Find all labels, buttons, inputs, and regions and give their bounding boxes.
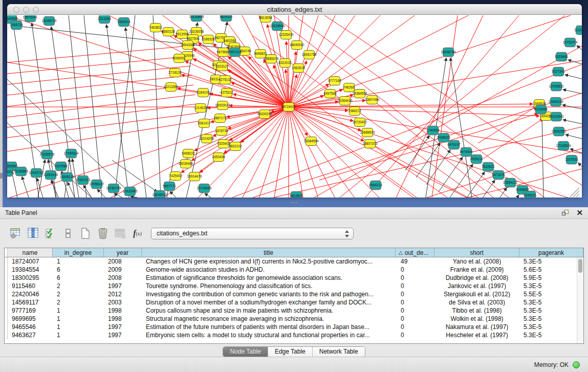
select-all-columns-button[interactable] — [43, 227, 57, 240]
table-row[interactable]: 1830029562008Estimation of significance … — [5, 274, 577, 282]
cell-out_de[interactable]: 49 — [396, 257, 434, 266]
network-canvas[interactable]: 7463822866012859129542322605898275068186… — [7, 15, 582, 198]
cell-short[interactable]: Tibbo et al. (1998) — [434, 307, 519, 315]
row-height-button[interactable] — [61, 227, 75, 240]
citation-network-graph[interactable]: 7463822866012859129542322605898275068186… — [7, 15, 582, 198]
cell-name[interactable]: 19384554 — [8, 266, 53, 274]
table-row[interactable]: 946554611997Estimation of the future num… — [5, 323, 577, 331]
cell-short[interactable]: Hescheler et al. (1997) — [434, 331, 519, 339]
column-header-title[interactable]: title — [142, 248, 396, 257]
cell-name[interactable]: 22420046 — [8, 290, 53, 298]
cell-year[interactable]: 1997 — [104, 282, 142, 290]
cell-title[interactable]: Tourette syndrome. Phenomenology and cla… — [142, 282, 396, 290]
cell-year[interactable]: 2009 — [104, 266, 142, 274]
cell-out_de[interactable]: 0 — [396, 290, 434, 298]
cell-pagerank[interactable]: 5.3E-5 — [519, 282, 577, 290]
cell-year[interactable]: 1998 — [104, 315, 142, 323]
cell-in_degree[interactable]: 1 — [53, 307, 104, 315]
cell-short[interactable]: Wolkin et al. (1998) — [434, 315, 519, 323]
cell-name[interactable]: 18724007 — [8, 257, 53, 266]
column-header-pagerank[interactable]: pagerank — [519, 248, 583, 257]
table-scrollbar[interactable] — [577, 257, 583, 343]
cell-name[interactable]: 14569117 — [8, 298, 53, 307]
cell-out_de[interactable]: 0 — [396, 274, 434, 282]
cell-pagerank[interactable]: 5.9E-5 — [519, 274, 577, 282]
cell-short[interactable]: Stergiakouli et al. (2012) — [434, 290, 519, 298]
cell-pagerank[interactable]: 5.6E-5 — [519, 266, 577, 274]
cell-title[interactable]: Genome-wide association studies in ADHD. — [142, 266, 396, 274]
function-builder-button[interactable]: f(x) — [130, 227, 144, 240]
close-panel-icon[interactable]: ✕ — [576, 209, 583, 216]
cell-short[interactable]: Yano et al. (2008) — [434, 257, 519, 266]
cell-short[interactable]: de Silva et al. (2003) — [434, 298, 519, 307]
cell-title[interactable]: Investigating the contribution of common… — [142, 290, 396, 298]
cell-in_degree[interactable]: 2 — [53, 298, 104, 307]
cell-in_degree[interactable]: 1 — [53, 315, 104, 323]
splitter-grip[interactable] — [290, 201, 298, 205]
window-titlebar[interactable]: citations_edges.txt — [7, 4, 582, 15]
cell-in_degree[interactable]: 2 — [53, 290, 104, 298]
cell-in_degree[interactable]: 1 — [53, 257, 104, 266]
cell-in_degree[interactable]: 2 — [53, 282, 104, 290]
cell-name[interactable]: 9777169 — [8, 307, 53, 315]
scrollbar-thumb[interactable] — [578, 259, 582, 273]
new-document-button[interactable] — [78, 227, 92, 240]
table-row[interactable]: 1872400712008Changes of HCN gene express… — [5, 257, 577, 266]
cell-pagerank[interactable]: 5.3E-5 — [519, 257, 577, 266]
column-header-short[interactable]: short — [434, 248, 519, 257]
cell-title[interactable]: Corpus callosum shape and size in male p… — [142, 307, 396, 315]
cell-out_de[interactable]: 0 — [396, 307, 434, 315]
cell-in_degree[interactable]: 6 — [53, 274, 104, 282]
show-columns-button[interactable] — [26, 227, 40, 240]
table-row[interactable]: 1456911722003Disruption of a novel membe… — [5, 298, 577, 307]
column-header-year[interactable]: year — [104, 248, 142, 257]
cell-short[interactable]: Nakamura et al. (1997) — [434, 323, 519, 331]
cell-pagerank[interactable]: 5.3E-5 — [519, 307, 577, 315]
column-header-in_degree[interactable]: in_degree — [53, 248, 104, 257]
cell-title[interactable]: Changes of HCN gene expression and I(f) … — [142, 257, 396, 266]
column-header-name[interactable]: name — [8, 248, 53, 257]
cell-title[interactable]: Estimation of significance thresholds fo… — [142, 274, 396, 282]
cell-in_degree[interactable]: 1 — [53, 331, 104, 339]
tab-edge-table[interactable]: Edge Table — [268, 347, 313, 357]
cell-short[interactable]: Dudbridge et al. (2008) — [434, 274, 519, 282]
cell-year[interactable]: 1998 — [104, 307, 142, 315]
cell-name[interactable]: 9699695 — [8, 315, 53, 323]
cell-name[interactable]: 9463627 — [8, 331, 53, 339]
cell-name[interactable]: 18300295 — [8, 274, 53, 282]
cell-out_de[interactable]: 0 — [396, 266, 434, 274]
table-row[interactable]: 911546021997Tourette syndrome. Phenomeno… — [5, 282, 577, 290]
cell-out_de[interactable]: 0 — [396, 323, 434, 331]
table-settings-button[interactable] — [9, 227, 23, 240]
tab-node-table[interactable]: Node Table — [223, 347, 268, 357]
table-row[interactable]: 946362711997Embryonic stem cells: a mode… — [5, 331, 577, 339]
column-header-out_de[interactable]: △out_de... — [396, 248, 434, 257]
cell-short[interactable]: Franke et al. (2009) — [434, 266, 519, 274]
cell-pagerank[interactable]: 5.3E-5 — [519, 315, 577, 323]
cell-title[interactable]: Estimation of the future numbers of pati… — [142, 323, 396, 331]
cell-year[interactable]: 2012 — [104, 290, 142, 298]
cell-title[interactable]: Disruption of a novel member of a sodium… — [142, 298, 396, 307]
cell-pagerank[interactable]: 5.3E-5 — [519, 323, 577, 331]
cell-pagerank[interactable]: 5.3E-5 — [519, 331, 577, 339]
delete-button[interactable] — [96, 227, 110, 240]
cell-out_de[interactable]: 0 — [396, 315, 434, 323]
cell-title[interactable]: Structural magnetic resonance image aver… — [142, 315, 396, 323]
cell-year[interactable]: 2008 — [104, 274, 142, 282]
cell-in_degree[interactable]: 1 — [53, 323, 104, 331]
cell-year[interactable]: 2003 — [104, 298, 142, 307]
table-row[interactable]: 977716911998Corpus callosum shape and si… — [5, 307, 577, 315]
table-selector-dropdown[interactable]: citations_edges.txt — [151, 228, 354, 239]
table-row[interactable]: 1938455462009Genome-wide association stu… — [5, 266, 577, 274]
cell-out_de[interactable]: 0 — [396, 331, 434, 339]
cell-short[interactable]: Jankovic et al. (1997) — [434, 282, 519, 290]
cell-year[interactable]: 1997 — [104, 331, 142, 339]
cell-out_de[interactable]: 0 — [396, 282, 434, 290]
cell-year[interactable]: 1997 — [104, 323, 142, 331]
table-row[interactable]: 969969511998Structural magnetic resonanc… — [5, 315, 577, 323]
cell-out_de[interactable]: 0 — [396, 298, 434, 307]
float-window-icon[interactable] — [562, 210, 569, 216]
cell-title[interactable]: Embryonic stem cells: a model to study s… — [142, 331, 396, 339]
cell-pagerank[interactable]: 5.5E-5 — [519, 290, 577, 298]
cell-name[interactable]: 9115460 — [8, 282, 53, 290]
